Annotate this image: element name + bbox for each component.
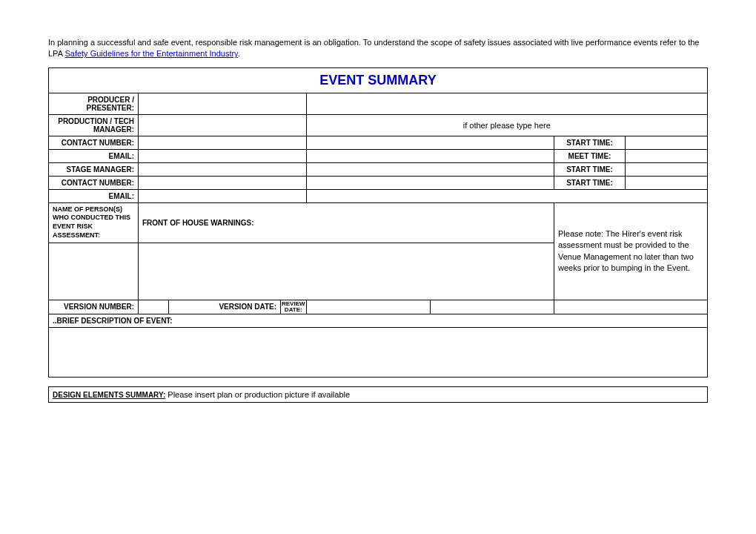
start-time-input-2[interactable] — [626, 162, 708, 176]
hirer-note: Please note: The Hirer's event risk asse… — [554, 202, 708, 300]
email-input-1[interactable] — [139, 149, 307, 162]
producer-input[interactable] — [139, 93, 307, 114]
meet-time-label: MEET TIME: — [554, 149, 626, 162]
stage-manager-label: STAGE MANAGER: — [49, 162, 139, 176]
guidelines-link[interactable]: Safety Guidelines for the Entertainment … — [64, 49, 237, 58]
blank-cell[interactable] — [306, 189, 707, 202]
blank-cell[interactable] — [554, 300, 708, 314]
other-placeholder[interactable]: if other please type here — [306, 114, 707, 136]
contact-number-input[interactable] — [139, 136, 307, 149]
contact-number-input-2[interactable] — [139, 176, 307, 189]
blank-cell[interactable] — [306, 162, 554, 176]
producer-input-2[interactable] — [306, 93, 707, 114]
contact-number-label: CONTACT NUMBER: — [49, 136, 139, 149]
start-time-input-3[interactable] — [626, 176, 708, 189]
start-time-input-1[interactable] — [626, 136, 708, 149]
version-number-label: VERSION NUMBER: — [49, 300, 139, 314]
email-input-2[interactable] — [139, 189, 307, 202]
email-label-2: EMAIL: — [49, 189, 139, 202]
foh-warnings-input[interactable] — [139, 243, 554, 300]
brief-desc-input[interactable] — [49, 327, 708, 377]
blank-cell[interactable] — [306, 136, 554, 149]
design-elements-text: Please insert plan or production picture… — [165, 390, 350, 399]
start-time-label-2: START TIME: — [554, 162, 626, 176]
review-date-label: REVIEW DATE: — [281, 300, 307, 314]
contact-number-label-2: CONTACT NUMBER: — [49, 176, 139, 189]
review-date-input[interactable] — [306, 300, 430, 314]
page-title: EVENT SUMMARY — [49, 67, 708, 93]
production-tech-label: PRODUCTION / TECH MANAGER: — [49, 114, 139, 136]
blank-cell[interactable] — [306, 149, 554, 162]
production-tech-input[interactable] — [139, 114, 307, 136]
foh-warnings-label: FRONT OF HOUSE WARNINGS: — [139, 202, 554, 243]
design-elements-row: DESIGN ELEMENTS SUMMARY: Please insert p… — [49, 386, 708, 402]
producer-label: PRODUCER / PRESENTER: — [49, 93, 139, 114]
name-persons-input[interactable] — [49, 243, 139, 300]
blank-cell[interactable] — [430, 300, 554, 314]
stage-manager-input[interactable] — [139, 162, 307, 176]
blank-cell[interactable] — [306, 176, 554, 189]
version-date-label: VERSION DATE: — [169, 300, 281, 314]
start-time-label-3: START TIME: — [554, 176, 626, 189]
start-time-label-1: START TIME: — [554, 136, 626, 149]
email-label-1: EMAIL: — [49, 149, 139, 162]
intro-text: In planning a successful and safe event,… — [48, 37, 708, 60]
design-elements-table: DESIGN ELEMENTS SUMMARY: Please insert p… — [48, 386, 708, 403]
name-persons-label: NAME OF PERSON(S) WHO CONDUCTED THIS EVE… — [49, 202, 139, 243]
design-elements-label: DESIGN ELEMENTS SUMMARY: — [53, 391, 165, 399]
brief-desc-label: ..BRIEF DESCRIPTION OF EVENT: — [49, 314, 708, 327]
version-number-input[interactable] — [139, 300, 169, 314]
event-summary-table: EVENT SUMMARY PRODUCER / PRESENTER: PROD… — [48, 67, 708, 378]
meet-time-input[interactable] — [626, 149, 708, 162]
